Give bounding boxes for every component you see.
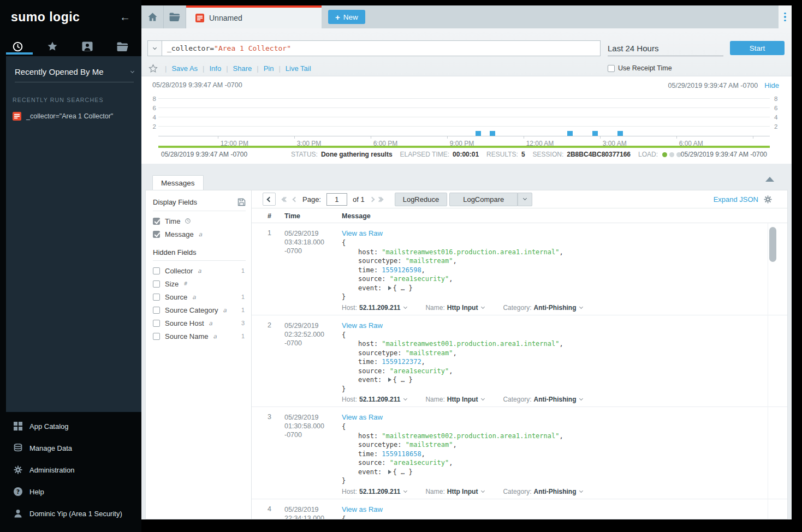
view-as-raw-link[interactable]: View as Raw [342,413,383,421]
message-meta: Host:52.11.209.211 Name:Http Input Categ… [342,304,787,312]
table-row[interactable]: 3 05/29/201901:30:58.000 -0700 View as R… [252,407,787,499]
divider: | [203,64,204,73]
field-item-time[interactable]: Time [153,214,246,228]
meta-name-dropdown[interactable]: Name:Http Input [425,396,484,403]
range-start-label: 05/28/2019 9:39:47 AM -0700 [152,81,242,89]
scrollbar-thumb[interactable] [769,227,776,262]
histogram-bar[interactable] [567,131,573,136]
tab-options-button[interactable] [779,5,792,28]
view-as-raw-link[interactable]: View as Raw [342,505,383,513]
share-link[interactable]: Share [233,64,252,73]
logreduce-button[interactable]: LogReduce [395,193,448,206]
meta-category-dropdown[interactable]: Category:Anti-Phishing [503,488,583,495]
field-item-source[interactable]: Source a 1 [153,290,246,303]
table-row[interactable]: 2 05/29/201902:32:52.000 -0700 View as R… [252,315,787,408]
live-tail-link[interactable]: Live Tail [286,64,311,73]
meta-name-dropdown[interactable]: Name:Http Input [425,304,484,312]
field-type-number: # [183,281,188,286]
message-list: Page: of 1 LogReduce LogCompare Expand J… [252,190,787,519]
collapse-fields-button[interactable] [263,193,276,206]
results-label: RESULTS: [486,151,518,158]
prev-page-button[interactable] [293,198,297,201]
search-panel: _collector="Area 1 Collector" Last 24 Ho… [141,28,792,76]
pin-link[interactable]: Pin [264,64,274,73]
sidebar-item-user-account[interactable]: Dominic Yip (Area 1 Security) [0,503,141,524]
library-folder-tab-icon[interactable] [105,37,140,56]
collapse-panel-icon[interactable] [765,177,774,182]
first-page-button[interactable] [284,198,288,201]
favorites-tab-star-icon[interactable] [35,37,70,56]
sidebar-item-app-catalog[interactable]: App Catalog [0,415,141,437]
expand-json-link[interactable]: Expand JSON [714,195,758,204]
histogram-bar[interactable] [476,131,481,136]
expand-event-icon[interactable] [388,286,391,290]
tab-unnamed[interactable]: Unnamed [186,5,322,28]
expand-event-icon[interactable] [388,378,391,382]
logcompare-button[interactable]: LogCompare [449,193,518,206]
y-axis-label: 6 [145,105,156,111]
sidebar-item-manage-data[interactable]: Manage Data [0,437,141,459]
row-time: 05/29/201903:43:18.000 -0700 [284,229,339,255]
table-row[interactable]: 4 05/28/201922:34:13.000 -0700 View as R… [252,499,787,519]
histogram-bar[interactable] [592,131,598,136]
status-end-time: 05/29/2019 9:39:47 AM -0700 [681,151,767,158]
logcompare-dropdown[interactable] [518,193,532,206]
hide-histogram-link[interactable]: Hide [764,81,779,89]
field-item-source-host[interactable]: Source Host a 3 [153,316,246,330]
recently-opened-header[interactable]: Recently Opened By Me [15,67,134,82]
start-search-button[interactable]: Start [730,41,785,55]
field-count: 3 [241,320,246,326]
home-button[interactable] [141,5,164,28]
sidebar-item-administration[interactable]: Administration [0,459,141,481]
time-range-selector[interactable]: Last 24 Hours [608,40,723,56]
sidebar-item-help[interactable]: ? Help [0,481,141,503]
meta-host-dropdown[interactable]: Host:52.11.209.211 [342,304,407,312]
timeline-plot[interactable]: 8 6 4 2 8 6 4 2 12:00 PM3:00 PM6:00 PM9:… [158,94,770,136]
favorite-star-icon[interactable] [148,64,158,73]
histogram-bar[interactable] [617,131,623,136]
tab-label: Unnamed [209,14,242,22]
gear-icon [14,465,22,474]
open-folder-button[interactable] [164,5,186,28]
field-item-source-category[interactable]: Source Category a 1 [153,303,246,316]
histogram-bar[interactable] [490,131,495,136]
page-number-input[interactable] [326,193,347,206]
status-start-time: 05/28/2019 9:39:47 AM -0700 [161,151,247,158]
last-page-button[interactable] [379,198,383,201]
search-query-input[interactable]: _collector="Area 1 Collector" [162,40,601,56]
expand-event-icon[interactable] [388,470,391,474]
tab-bar-spacer [365,5,779,28]
meta-name-dropdown[interactable]: Name:Http Input [425,488,484,495]
collapse-sidebar-icon[interactable]: ← [120,11,130,23]
save-as-link[interactable]: Save As [171,64,198,73]
query-history-dropdown[interactable] [147,40,162,56]
next-page-button[interactable] [370,198,374,201]
checkbox-icon [153,333,160,340]
meta-category-dropdown[interactable]: Category:Anti-Phishing [503,396,583,403]
field-item-size[interactable]: Size # [153,277,246,290]
info-link[interactable]: Info [209,64,221,73]
grid-icon [14,422,22,431]
new-tab-button[interactable]: + New [328,10,365,24]
recent-search-item[interactable]: _collector="Area 1 Collector" [13,112,141,121]
table-row[interactable]: 1 05/29/201903:43:18.000 -0700 View as R… [252,223,787,315]
meta-host-dropdown[interactable]: Host:52.11.209.211 [342,396,407,403]
settings-gear-icon[interactable] [764,195,772,204]
use-receipt-time-checkbox[interactable]: Use Receipt Time [608,64,672,72]
tab-messages[interactable]: Messages [152,175,204,190]
recently-opened-panel: Recently Opened By Me RECENTLY RUN SEARC… [6,56,141,412]
messages-panel: Display Fields Time Message a Hidde [145,190,788,519]
save-fields-icon[interactable] [237,198,246,206]
personal-folder-tab-icon[interactable] [70,37,105,56]
scrollbar-track[interactable] [768,223,778,519]
field-item-collector[interactable]: Collector a 1 [153,264,246,277]
view-as-raw-link[interactable]: View as Raw [342,229,383,237]
field-item-source-name[interactable]: Source Name a 1 [153,330,246,343]
database-icon [14,444,22,452]
view-as-raw-link[interactable]: View as Raw [342,321,383,330]
meta-category-dropdown[interactable]: Category:Anti-Phishing [503,304,583,312]
meta-host-dropdown[interactable]: Host:52.11.209.211 [342,488,407,495]
field-item-message[interactable]: Message a [153,228,246,241]
active-tab-underline [6,52,33,55]
plus-icon: + [335,13,340,22]
